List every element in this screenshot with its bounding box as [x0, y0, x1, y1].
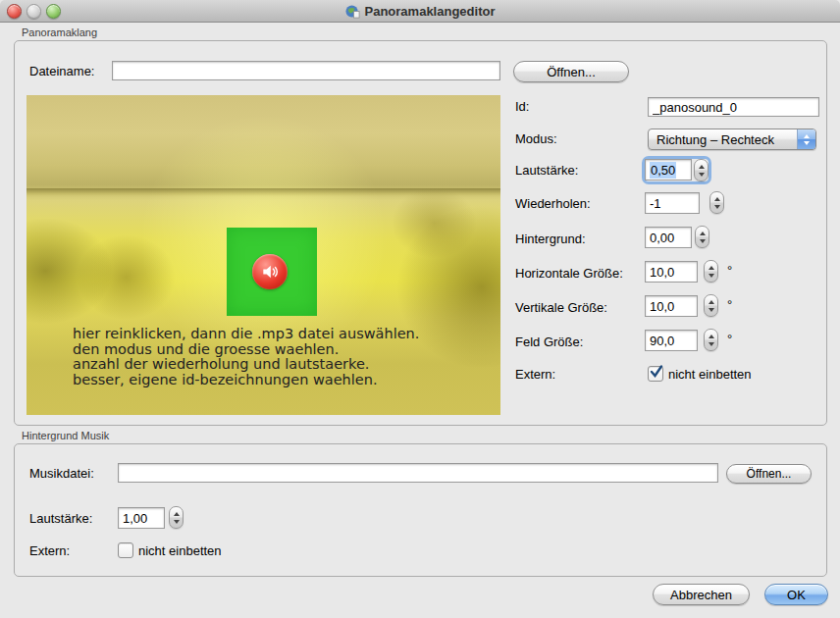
modus-select[interactable]: Richtung – Rechteck [648, 129, 816, 150]
hint-line-4: besser, eigene id-bezeichnungen waehlen. [73, 373, 419, 388]
volume-label: Lautstärke: [515, 163, 578, 178]
speaker-glyph [260, 262, 280, 282]
repeat-label: Wiederholen: [515, 196, 591, 211]
fieldsize-label: Feld Größe: [515, 335, 583, 349]
musik-volume-stepper[interactable] [169, 506, 184, 529]
background-stepper[interactable] [695, 226, 709, 248]
vsize-value: 10,0 [650, 299, 674, 314]
window-title: Panoramaklangeditor [365, 4, 496, 19]
vsize-field[interactable]: 10,0 [645, 295, 698, 317]
vsize-unit: ° [727, 297, 732, 312]
modus-label: Modus: [515, 131, 557, 146]
volume-stepper[interactable] [694, 159, 709, 181]
ok-button[interactable]: OK [764, 584, 828, 605]
background-label: Hintergrund: [515, 232, 586, 246]
hint-line-1: hier reinklicken, dann die .mp3 datei au… [73, 327, 419, 342]
musik-extern-label: Extern: [29, 543, 70, 558]
vsize-stepper[interactable] [704, 294, 718, 317]
fieldsize-value: 90,0 [650, 334, 674, 348]
musik-extern-checkbox[interactable] [118, 542, 133, 558]
zoom-button[interactable] [46, 4, 61, 19]
app-icon [345, 4, 360, 19]
volume-value: 0,50 [650, 162, 676, 179]
hint-line-3: anzahl der wiederholung und lautstaerke. [73, 357, 419, 373]
id-label: Id: [515, 99, 529, 114]
hsize-label: Horizontale Größe: [515, 266, 623, 281]
ceiling-beam [26, 188, 500, 196]
musik-volume-value: 1,00 [123, 511, 147, 526]
preview-hint-text: hier reinklicken, dann die .mp3 datei au… [73, 327, 419, 387]
musik-extern-checkbox-label[interactable]: nicht einbetten [138, 543, 222, 558]
musik-oeffnen-button[interactable]: Öffnen... [726, 464, 812, 484]
musik-group-label: Hintergrund Musik [22, 430, 109, 441]
hint-line-2: den modus und die groesse waehlen. [73, 342, 419, 358]
background-field[interactable]: 0,00 [645, 227, 692, 248]
repeat-value: -1 [650, 196, 661, 211]
dateiname-input[interactable] [112, 61, 500, 80]
id-input[interactable] [648, 97, 819, 117]
fieldsize-stepper[interactable] [704, 329, 718, 351]
fieldsize-field[interactable]: 90,0 [645, 330, 698, 351]
close-button[interactable] [7, 4, 22, 19]
popup-arrows-icon [797, 129, 815, 149]
musik-volume-label: Lautstärke: [29, 511, 92, 526]
panorama-sound-editor-window: Panoramaklangeditor Panoramaklang Datein… [0, 0, 840, 618]
extern-checkbox-label[interactable]: nicht einbetten [668, 367, 752, 382]
modus-selected-value: Richtung – Rechteck [649, 132, 797, 147]
cancel-button[interactable]: Abbrechen [653, 584, 750, 605]
musikdatei-label: Musikdatei: [29, 466, 94, 481]
minimize-button[interactable] [26, 4, 41, 19]
hsize-unit: ° [727, 263, 732, 278]
volume-field[interactable]: 0,50 [645, 159, 692, 180]
repeat-field[interactable]: -1 [645, 192, 700, 214]
speaker-icon[interactable] [252, 254, 288, 289]
hsize-value: 10,0 [650, 265, 674, 280]
titlebar[interactable]: Panoramaklangeditor [0, 0, 840, 23]
oeffnen-button[interactable]: Öffnen... [513, 61, 629, 82]
musik-volume-field[interactable]: 1,00 [118, 507, 165, 529]
window-title-area: Panoramaklangeditor [345, 4, 496, 19]
background-value: 0,00 [650, 231, 674, 245]
musikdatei-input[interactable] [118, 463, 718, 483]
repeat-stepper[interactable] [709, 191, 724, 214]
check-icon [649, 364, 664, 380]
vsize-label: Vertikale Größe: [515, 300, 607, 315]
volume-focus-ring: 0,50 [645, 159, 709, 181]
fieldsize-unit: ° [727, 332, 732, 346]
extern-label: Extern: [515, 367, 555, 382]
extern-checkbox[interactable] [648, 366, 663, 382]
hsize-stepper[interactable] [704, 260, 718, 283]
panoramaklang-group-label: Panoramaklang [22, 26, 97, 38]
panorama-preview[interactable]: hier reinklicken, dann die .mp3 datei au… [26, 95, 500, 415]
hsize-field[interactable]: 10,0 [645, 261, 698, 283]
dateiname-label: Dateiname: [29, 64, 94, 78]
